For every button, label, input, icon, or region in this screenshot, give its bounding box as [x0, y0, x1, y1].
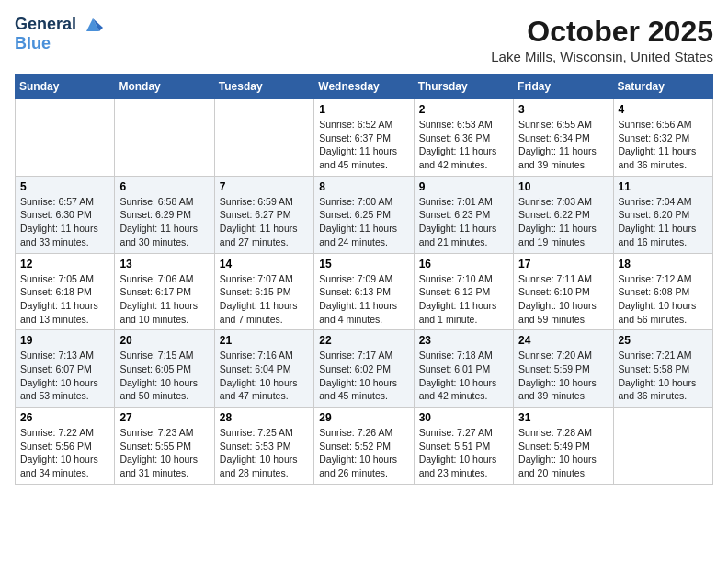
weekday-header-cell: Sunday — [16, 75, 115, 99]
day-number: 6 — [119, 180, 209, 193]
logo-icon — [83, 15, 103, 35]
calendar-day-cell: 19Sunrise: 7:13 AMSunset: 6:07 PMDayligh… — [16, 330, 115, 408]
weekday-header-cell: Tuesday — [214, 75, 313, 99]
day-number: 30 — [419, 411, 508, 424]
day-number: 15 — [319, 258, 408, 270]
day-info: Sunrise: 7:20 AMSunset: 5:59 PMDaylight:… — [518, 349, 608, 403]
day-info: Sunrise: 7:10 AMSunset: 6:12 PMDaylight:… — [419, 272, 508, 327]
calendar-day-cell: 1Sunrise: 6:52 AMSunset: 6:37 PMDaylight… — [314, 99, 414, 177]
calendar-table: SundayMondayTuesdayWednesdayThursdayFrid… — [15, 74, 713, 485]
day-number: 16 — [419, 258, 508, 270]
day-number: 19 — [20, 334, 109, 347]
calendar-day-cell: 25Sunrise: 7:21 AMSunset: 5:58 PMDayligh… — [613, 330, 712, 408]
day-info: Sunrise: 7:15 AMSunset: 6:05 PMDaylight:… — [119, 349, 209, 403]
day-info: Sunrise: 6:58 AMSunset: 6:29 PMDaylight:… — [119, 195, 209, 249]
day-number: 8 — [319, 180, 408, 193]
calendar-day-cell: 11Sunrise: 7:04 AMSunset: 6:20 PMDayligh… — [613, 176, 712, 253]
calendar-day-cell: 2Sunrise: 6:53 AMSunset: 6:36 PMDaylight… — [414, 99, 513, 177]
calendar-day-cell: 29Sunrise: 7:26 AMSunset: 5:52 PMDayligh… — [314, 408, 414, 485]
day-info: Sunrise: 7:22 AMSunset: 5:56 PMDaylight:… — [20, 426, 109, 480]
logo-blue: Blue — [15, 35, 103, 53]
calendar-day-cell: 5Sunrise: 6:57 AMSunset: 6:30 PMDaylight… — [16, 176, 115, 253]
day-number: 7 — [220, 180, 309, 193]
day-info: Sunrise: 7:06 AMSunset: 6:17 PMDaylight:… — [119, 272, 209, 327]
day-number: 9 — [419, 180, 508, 193]
calendar-day-cell: 24Sunrise: 7:20 AMSunset: 5:59 PMDayligh… — [514, 330, 613, 408]
day-info: Sunrise: 7:11 AMSunset: 6:10 PMDaylight:… — [518, 272, 608, 327]
weekday-header-cell: Monday — [115, 75, 214, 99]
day-number: 26 — [20, 411, 109, 424]
calendar-week-row: 19Sunrise: 7:13 AMSunset: 6:07 PMDayligh… — [16, 330, 713, 408]
day-number: 5 — [20, 180, 109, 193]
day-info: Sunrise: 6:53 AMSunset: 6:36 PMDaylight:… — [419, 118, 508, 172]
calendar-day-cell: 17Sunrise: 7:11 AMSunset: 6:10 PMDayligh… — [514, 253, 613, 330]
day-info: Sunrise: 7:13 AMSunset: 6:07 PMDaylight:… — [20, 349, 109, 403]
calendar-week-row: 5Sunrise: 6:57 AMSunset: 6:30 PMDaylight… — [16, 176, 713, 253]
day-info: Sunrise: 7:04 AMSunset: 6:20 PMDaylight:… — [619, 195, 708, 249]
header: General Blue October 2025 Lake Mills, Wi… — [15, 15, 713, 64]
day-info: Sunrise: 7:03 AMSunset: 6:22 PMDaylight:… — [518, 195, 608, 249]
day-number: 14 — [220, 258, 309, 270]
calendar-day-cell: 14Sunrise: 7:07 AMSunset: 6:15 PMDayligh… — [214, 253, 313, 330]
calendar-day-cell — [115, 99, 214, 177]
day-info: Sunrise: 7:27 AMSunset: 5:51 PMDaylight:… — [419, 426, 508, 480]
day-number: 12 — [20, 258, 109, 270]
day-info: Sunrise: 7:00 AMSunset: 6:25 PMDaylight:… — [319, 195, 408, 249]
calendar-day-cell: 12Sunrise: 7:05 AMSunset: 6:18 PMDayligh… — [16, 253, 115, 330]
logo: General Blue — [15, 15, 103, 53]
calendar-day-cell: 28Sunrise: 7:25 AMSunset: 5:53 PMDayligh… — [214, 408, 313, 485]
day-number: 10 — [518, 180, 608, 193]
day-info: Sunrise: 7:17 AMSunset: 6:02 PMDaylight:… — [319, 349, 408, 403]
calendar-day-cell: 16Sunrise: 7:10 AMSunset: 6:12 PMDayligh… — [414, 253, 513, 330]
calendar-day-cell: 3Sunrise: 6:55 AMSunset: 6:34 PMDaylight… — [514, 99, 613, 177]
calendar-day-cell: 18Sunrise: 7:12 AMSunset: 6:08 PMDayligh… — [613, 253, 712, 330]
calendar-day-cell: 9Sunrise: 7:01 AMSunset: 6:23 PMDaylight… — [414, 176, 513, 253]
weekday-header-row: SundayMondayTuesdayWednesdayThursdayFrid… — [16, 75, 713, 99]
day-info: Sunrise: 7:28 AMSunset: 5:49 PMDaylight:… — [518, 426, 608, 480]
day-info: Sunrise: 7:01 AMSunset: 6:23 PMDaylight:… — [419, 195, 508, 249]
calendar-week-row: 1Sunrise: 6:52 AMSunset: 6:37 PMDaylight… — [16, 99, 713, 177]
calendar-day-cell — [16, 99, 115, 177]
calendar-week-row: 26Sunrise: 7:22 AMSunset: 5:56 PMDayligh… — [16, 408, 713, 485]
weekday-header-cell: Thursday — [414, 75, 513, 99]
day-number: 31 — [518, 411, 608, 424]
calendar-week-row: 12Sunrise: 7:05 AMSunset: 6:18 PMDayligh… — [16, 253, 713, 330]
weekday-header-cell: Saturday — [613, 75, 712, 99]
calendar-body: 1Sunrise: 6:52 AMSunset: 6:37 PMDaylight… — [16, 99, 713, 485]
day-number: 3 — [518, 103, 608, 116]
day-number: 27 — [119, 411, 209, 424]
weekday-header-cell: Friday — [514, 75, 613, 99]
day-number: 29 — [319, 411, 408, 424]
calendar-day-cell: 21Sunrise: 7:16 AMSunset: 6:04 PMDayligh… — [214, 330, 313, 408]
day-number: 18 — [619, 258, 708, 270]
calendar-day-cell: 15Sunrise: 7:09 AMSunset: 6:13 PMDayligh… — [314, 253, 414, 330]
day-info: Sunrise: 6:52 AMSunset: 6:37 PMDaylight:… — [319, 118, 408, 172]
calendar-day-cell: 20Sunrise: 7:15 AMSunset: 6:05 PMDayligh… — [115, 330, 214, 408]
calendar-day-cell: 22Sunrise: 7:17 AMSunset: 6:02 PMDayligh… — [314, 330, 414, 408]
day-info: Sunrise: 6:57 AMSunset: 6:30 PMDaylight:… — [20, 195, 109, 249]
calendar-day-cell: 31Sunrise: 7:28 AMSunset: 5:49 PMDayligh… — [514, 408, 613, 485]
calendar-day-cell: 7Sunrise: 6:59 AMSunset: 6:27 PMDaylight… — [214, 176, 313, 253]
calendar-day-cell — [214, 99, 313, 177]
day-info: Sunrise: 7:16 AMSunset: 6:04 PMDaylight:… — [220, 349, 309, 403]
day-info: Sunrise: 7:21 AMSunset: 5:58 PMDaylight:… — [619, 349, 708, 403]
day-info: Sunrise: 7:12 AMSunset: 6:08 PMDaylight:… — [619, 272, 708, 327]
location-title: Lake Mills, Wisconsin, United States — [491, 49, 713, 64]
day-info: Sunrise: 7:05 AMSunset: 6:18 PMDaylight:… — [20, 272, 109, 327]
day-number: 28 — [220, 411, 309, 424]
calendar-day-cell: 26Sunrise: 7:22 AMSunset: 5:56 PMDayligh… — [16, 408, 115, 485]
day-number: 25 — [619, 334, 708, 347]
day-info: Sunrise: 7:18 AMSunset: 6:01 PMDaylight:… — [419, 349, 508, 403]
calendar-day-cell: 6Sunrise: 6:58 AMSunset: 6:29 PMDaylight… — [115, 176, 214, 253]
calendar-day-cell: 8Sunrise: 7:00 AMSunset: 6:25 PMDaylight… — [314, 176, 414, 253]
calendar-day-cell: 4Sunrise: 6:56 AMSunset: 6:32 PMDaylight… — [613, 99, 712, 177]
calendar-day-cell: 30Sunrise: 7:27 AMSunset: 5:51 PMDayligh… — [414, 408, 513, 485]
day-info: Sunrise: 6:56 AMSunset: 6:32 PMDaylight:… — [619, 118, 708, 172]
day-info: Sunrise: 7:09 AMSunset: 6:13 PMDaylight:… — [319, 272, 408, 327]
calendar-day-cell: 13Sunrise: 7:06 AMSunset: 6:17 PMDayligh… — [115, 253, 214, 330]
day-number: 22 — [319, 334, 408, 347]
day-info: Sunrise: 7:23 AMSunset: 5:55 PMDaylight:… — [119, 426, 209, 480]
day-number: 2 — [419, 103, 508, 116]
calendar-day-cell — [613, 408, 712, 485]
day-info: Sunrise: 6:55 AMSunset: 6:34 PMDaylight:… — [518, 118, 608, 172]
